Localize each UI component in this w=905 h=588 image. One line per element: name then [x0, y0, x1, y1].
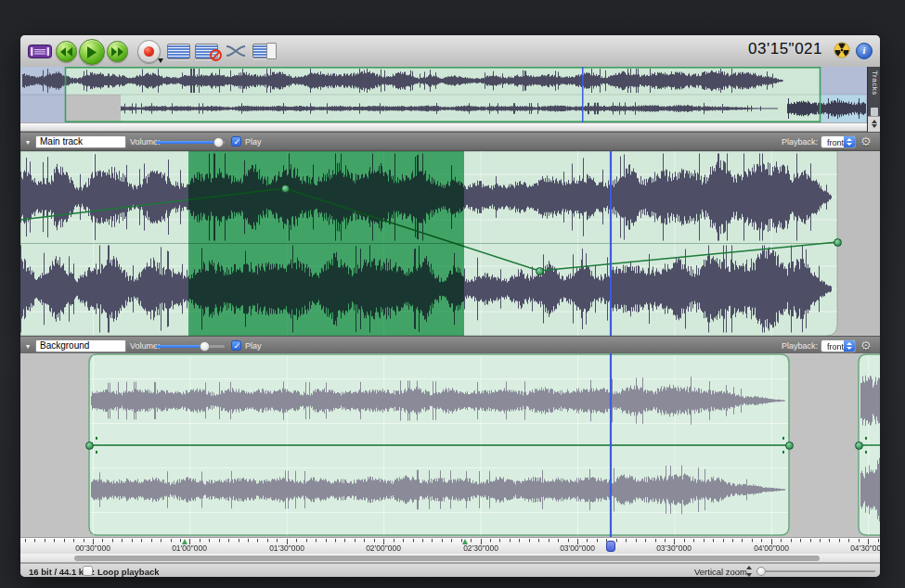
- rewind-button[interactable]: [56, 41, 77, 62]
- app-window: 03'15"021 i Tracks ▾ Volume:: [20, 35, 880, 577]
- horizontal-scroll-thumb[interactable]: [74, 556, 820, 561]
- ruler-label: 02'30"000: [463, 543, 498, 553]
- volume-slider[interactable]: [156, 345, 225, 348]
- playhead-main[interactable]: [610, 151, 612, 336]
- envelope-point[interactable]: [785, 441, 794, 450]
- play-icon: [86, 46, 97, 58]
- toolbar: 03'15"021 i: [20, 35, 880, 68]
- disclosure-triangle[interactable]: ▾: [26, 138, 30, 147]
- crossfade-icon: [226, 44, 246, 58]
- gear-icon[interactable]: ⚙: [860, 339, 872, 352]
- loop-playback-label: Loop playback: [97, 567, 160, 577]
- ruler-label: 00'30"000: [75, 543, 110, 553]
- ruler-label: 02'00"000: [366, 543, 401, 553]
- envelope-point[interactable]: [834, 238, 842, 247]
- waveform-tool-button[interactable]: [28, 45, 52, 58]
- playhead-background[interactable]: [610, 353, 612, 537]
- selection-marker[interactable]: [462, 539, 468, 544]
- selection-region[interactable]: [188, 151, 464, 336]
- tracks-pane-tab[interactable]: Tracks: [867, 67, 880, 132]
- record-button[interactable]: [137, 40, 161, 63]
- vertical-zoom-label: Vertical zoom: [694, 567, 747, 577]
- prohibition-icon: [210, 49, 222, 61]
- gear-icon[interactable]: ⚙: [860, 134, 872, 148]
- vertical-zoom-slider[interactable]: [758, 570, 875, 572]
- vertical-zoom-stepper[interactable]: [745, 565, 754, 577]
- volume-slider[interactable]: [156, 141, 225, 144]
- play-button[interactable]: [79, 39, 105, 65]
- time-ruler[interactable]: 00'30"00001'00"00001'30"00002'00"00002'3…: [20, 537, 880, 554]
- dropdown-stepper-icon: [844, 136, 855, 147]
- envelope-point[interactable]: [536, 267, 544, 275]
- loop-playback-checkbox[interactable]: [83, 566, 93, 576]
- waveform-block-button[interactable]: [167, 44, 190, 59]
- scroll-up-icon: [872, 120, 877, 123]
- vertical-zoom-knob[interactable]: [756, 567, 766, 576]
- fast-forward-button[interactable]: [107, 41, 128, 62]
- play-checkbox[interactable]: [231, 340, 241, 351]
- background-track-area: [20, 353, 880, 537]
- volume-slider-fill: [156, 345, 205, 348]
- delete-selection-button[interactable]: [195, 44, 218, 59]
- main-track-area: [20, 151, 880, 336]
- play-checkbox[interactable]: [231, 136, 241, 147]
- envelope-point[interactable]: [281, 185, 290, 193]
- play-label: Play: [245, 341, 262, 351]
- rewind-icon: [59, 47, 73, 57]
- crossfade-button[interactable]: [226, 44, 246, 58]
- document-icon: [266, 43, 277, 59]
- playback-label: Playback:: [782, 341, 818, 351]
- background-track-waveform[interactable]: [20, 353, 880, 537]
- track-header-main: ▾ Volume: Play Playback: front ⚙: [20, 132, 880, 151]
- volume-slider-knob[interactable]: [200, 341, 210, 352]
- envelope-point[interactable]: [85, 441, 94, 450]
- record-dot-icon: [144, 46, 154, 57]
- ruler-label: 03'00"000: [560, 543, 595, 553]
- desktop-background: 03'15"021 i Tracks ▾ Volume:: [0, 0, 905, 588]
- dropdown-stepper-icon: [844, 340, 855, 352]
- scroll-down-icon: [872, 124, 877, 128]
- info-button[interactable]: i: [856, 43, 873, 59]
- copy-waveform-button[interactable]: [252, 43, 277, 59]
- ruler-label: 03'30"000: [656, 543, 692, 553]
- record-menu-arrow-icon: [158, 58, 163, 63]
- selection-marker[interactable]: [182, 539, 187, 544]
- ruler-label: 01'00"000: [172, 543, 207, 553]
- radiation-icon[interactable]: [834, 42, 850, 58]
- envelope-point[interactable]: [855, 441, 863, 450]
- playback-label: Playback:: [782, 137, 818, 147]
- status-bar: 16 bit / 44.1 kHz Loop playback Vertical…: [20, 563, 880, 577]
- ruler-label: 01'30"000: [269, 543, 304, 553]
- disclosure-triangle[interactable]: ▾: [26, 342, 30, 351]
- tracks-scroll-arrows[interactable]: [868, 116, 880, 132]
- playhead-handle[interactable]: [606, 541, 615, 552]
- overview-scrollbar[interactable]: [20, 122, 867, 132]
- track-name-input[interactable]: [35, 135, 126, 148]
- playback-dropdown[interactable]: front: [821, 135, 856, 148]
- ruler-label: 04'30"000: [850, 543, 880, 553]
- waveform-tool-icon: [28, 45, 52, 58]
- play-label: Play: [245, 137, 262, 147]
- tracks-scroll-thumb[interactable]: [871, 108, 878, 116]
- overview-waveform[interactable]: [20, 67, 867, 122]
- ruler-label: 04'00"000: [754, 543, 789, 553]
- tracks-pane-label: Tracks: [870, 70, 879, 106]
- track-header-background: ▾ Volume: Play Playback: front ⚙: [20, 336, 880, 355]
- timecode-display: 03'15"021: [748, 40, 822, 58]
- fast-forward-icon: [110, 47, 124, 57]
- volume-slider-knob[interactable]: [213, 137, 224, 147]
- horizontal-scrollbar[interactable]: [20, 554, 880, 563]
- track-name-input[interactable]: [35, 339, 126, 352]
- playback-dropdown[interactable]: front: [821, 339, 856, 352]
- volume-slider-fill: [156, 141, 221, 144]
